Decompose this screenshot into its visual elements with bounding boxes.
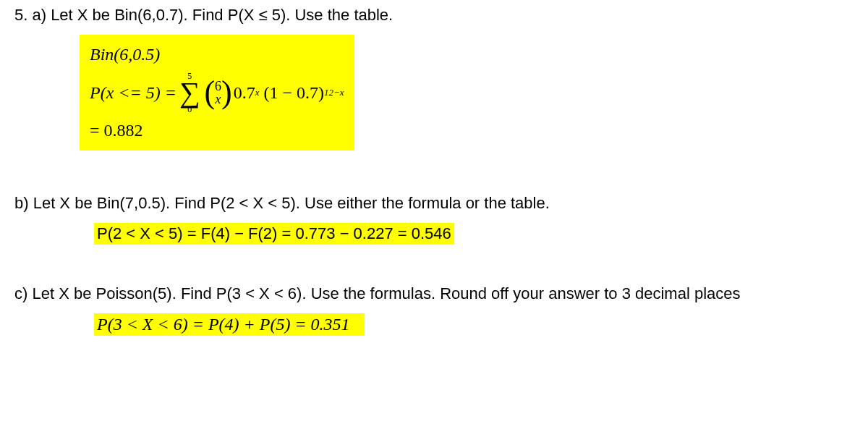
question-b: b) Let X be Bin(7,0.5). Find P(2 < X < 5…	[14, 194, 854, 213]
answer-c: P(3 < X < 6) = P(4) + P(5) = 0.351	[94, 313, 365, 336]
question-a: 5. a) Let X be Bin(6,0.7). Find P(X ≤ 5)…	[14, 6, 854, 25]
term1-base: 0.7	[234, 83, 255, 103]
problem-a: 5. a) Let X be Bin(6,0.7). Find P(X ≤ 5)…	[14, 6, 854, 151]
binom: ( 6 x )	[204, 80, 231, 106]
result-a: = 0.882	[90, 121, 143, 140]
answer-b-wrap: P(2 < X < 5) = F(4) − F(2) = 0.773 − 0.2…	[94, 223, 854, 245]
paren-left: (	[204, 80, 215, 106]
term2-exp: 12−x	[324, 87, 344, 98]
answer-b: P(2 < X < 5) = F(4) − F(2) = 0.773 − 0.2…	[94, 223, 454, 245]
term2-base: (1 − 0.7)	[264, 83, 325, 103]
term1-exp: x	[255, 87, 260, 98]
paren-right: )	[221, 80, 232, 106]
binom-top: 6	[215, 80, 221, 93]
dist-label: Bin(6,0.5)	[90, 45, 160, 64]
answer-a-dist: Bin(6,0.5)	[90, 45, 344, 64]
binom-stack: 6 x	[215, 80, 221, 106]
problem-b: b) Let X be Bin(7,0.5). Find P(2 < X < 5…	[14, 194, 854, 245]
answer-a-block: Bin(6,0.5) P(x <= 5) = 5 ∑ 0 ( 6 x )	[80, 35, 354, 151]
sigma-lower: 0	[187, 105, 192, 114]
answer-c-wrap: P(3 < X < 6) = P(4) + P(5) = 0.351	[94, 313, 854, 336]
formula-lhs: P(x <= 5) =	[90, 83, 176, 103]
page: 5. a) Let X be Bin(6,0.7). Find P(X ≤ 5)…	[0, 0, 868, 379]
sigma-icon: 5 ∑ 0	[179, 72, 200, 114]
answer-a-formula: P(x <= 5) = 5 ∑ 0 ( 6 x ) 0.7x (1 − 0.7	[90, 72, 344, 114]
binom-bot: x	[216, 93, 221, 106]
problem-c: c) Let X be Poisson(5). Find P(3 < X < 6…	[14, 284, 854, 336]
question-c: c) Let X be Poisson(5). Find P(3 < X < 6…	[14, 284, 854, 303]
answer-a-result: = 0.882	[90, 121, 344, 140]
sigma-symbol: ∑	[179, 80, 200, 105]
